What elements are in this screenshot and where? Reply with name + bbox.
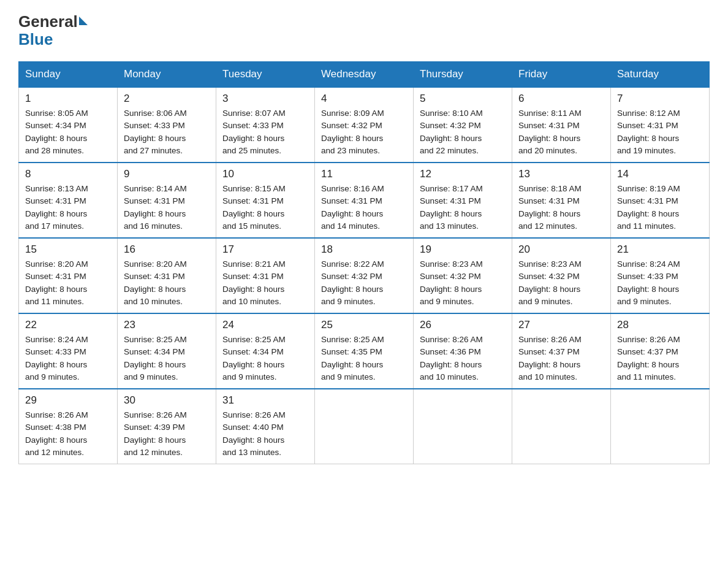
week-row-2: 8 Sunrise: 8:13 AM Sunset: 4:31 PM Dayli… bbox=[19, 163, 710, 238]
day-cell: 22 Sunrise: 8:24 AM Sunset: 4:33 PM Dayl… bbox=[19, 313, 118, 389]
day-info: Sunrise: 8:09 AM Sunset: 4:32 PM Dayligh… bbox=[321, 107, 407, 157]
day-cell: 1 Sunrise: 8:05 AM Sunset: 4:34 PM Dayli… bbox=[19, 87, 118, 163]
day-number: 7 bbox=[617, 93, 703, 105]
day-cell: 14 Sunrise: 8:19 AM Sunset: 4:31 PM Dayl… bbox=[611, 163, 710, 238]
day-info: Sunrise: 8:25 AM Sunset: 4:34 PM Dayligh… bbox=[222, 334, 308, 383]
day-info: Sunrise: 8:23 AM Sunset: 4:32 PM Dayligh… bbox=[420, 258, 506, 308]
calendar-body: 1 Sunrise: 8:05 AM Sunset: 4:34 PM Dayli… bbox=[19, 87, 710, 464]
day-number: 31 bbox=[222, 394, 308, 407]
day-number: 13 bbox=[518, 168, 604, 180]
day-number: 6 bbox=[518, 93, 604, 105]
header-cell-friday: Friday bbox=[512, 62, 611, 88]
logo-general-text: General bbox=[18, 12, 88, 31]
header-cell-sunday: Sunday bbox=[19, 62, 118, 88]
day-cell: 16 Sunrise: 8:20 AM Sunset: 4:31 PM Dayl… bbox=[118, 238, 216, 313]
day-number: 19 bbox=[420, 243, 506, 256]
week-row-5: 29 Sunrise: 8:26 AM Sunset: 4:38 PM Dayl… bbox=[19, 389, 710, 464]
page-header: General Blue bbox=[18, 12, 710, 49]
calendar-table: SundayMondayTuesdayWednesdayThursdayFrid… bbox=[18, 61, 710, 464]
day-number: 30 bbox=[124, 394, 210, 407]
day-info: Sunrise: 8:26 AM Sunset: 4:37 PM Dayligh… bbox=[518, 334, 604, 383]
day-cell: 17 Sunrise: 8:21 AM Sunset: 4:31 PM Dayl… bbox=[216, 238, 315, 313]
day-info: Sunrise: 8:05 AM Sunset: 4:34 PM Dayligh… bbox=[25, 107, 111, 157]
day-info: Sunrise: 8:12 AM Sunset: 4:31 PM Dayligh… bbox=[617, 107, 703, 157]
day-number: 15 bbox=[25, 243, 111, 256]
day-info: Sunrise: 8:17 AM Sunset: 4:31 PM Dayligh… bbox=[420, 183, 506, 232]
header-row: SundayMondayTuesdayWednesdayThursdayFrid… bbox=[19, 62, 710, 88]
day-number: 1 bbox=[25, 93, 111, 105]
day-number: 11 bbox=[321, 168, 407, 180]
logo: General Blue bbox=[18, 12, 88, 49]
day-cell: 13 Sunrise: 8:18 AM Sunset: 4:31 PM Dayl… bbox=[512, 163, 611, 238]
header-cell-thursday: Thursday bbox=[414, 62, 512, 88]
day-info: Sunrise: 8:19 AM Sunset: 4:31 PM Dayligh… bbox=[617, 183, 703, 232]
day-number: 17 bbox=[222, 243, 308, 256]
day-number: 27 bbox=[518, 319, 604, 331]
day-number: 3 bbox=[222, 93, 308, 105]
day-info: Sunrise: 8:13 AM Sunset: 4:31 PM Dayligh… bbox=[25, 183, 111, 232]
header-cell-tuesday: Tuesday bbox=[216, 62, 315, 88]
header-cell-monday: Monday bbox=[118, 62, 216, 88]
logo-blue-word: Blue bbox=[18, 30, 53, 49]
day-cell: 21 Sunrise: 8:24 AM Sunset: 4:33 PM Dayl… bbox=[611, 238, 710, 313]
day-number: 10 bbox=[222, 168, 308, 180]
day-cell: 2 Sunrise: 8:06 AM Sunset: 4:33 PM Dayli… bbox=[118, 87, 216, 163]
day-info: Sunrise: 8:14 AM Sunset: 4:31 PM Dayligh… bbox=[124, 183, 210, 232]
day-number: 12 bbox=[420, 168, 506, 180]
day-number: 9 bbox=[124, 168, 210, 180]
day-number: 4 bbox=[321, 93, 407, 105]
day-info: Sunrise: 8:24 AM Sunset: 4:33 PM Dayligh… bbox=[25, 334, 111, 383]
day-info: Sunrise: 8:21 AM Sunset: 4:31 PM Dayligh… bbox=[222, 258, 308, 308]
day-number: 2 bbox=[124, 93, 210, 105]
day-cell: 6 Sunrise: 8:11 AM Sunset: 4:31 PM Dayli… bbox=[512, 87, 611, 163]
day-cell: 30 Sunrise: 8:26 AM Sunset: 4:39 PM Dayl… bbox=[118, 389, 216, 464]
logo-general-word: General bbox=[18, 12, 78, 31]
day-cell bbox=[512, 389, 611, 464]
day-cell: 3 Sunrise: 8:07 AM Sunset: 4:33 PM Dayli… bbox=[216, 87, 315, 163]
day-number: 20 bbox=[518, 243, 604, 256]
day-info: Sunrise: 8:23 AM Sunset: 4:32 PM Dayligh… bbox=[518, 258, 604, 308]
day-info: Sunrise: 8:10 AM Sunset: 4:32 PM Dayligh… bbox=[420, 107, 506, 157]
day-cell: 29 Sunrise: 8:26 AM Sunset: 4:38 PM Dayl… bbox=[19, 389, 118, 464]
day-info: Sunrise: 8:20 AM Sunset: 4:31 PM Dayligh… bbox=[124, 258, 210, 308]
day-info: Sunrise: 8:26 AM Sunset: 4:40 PM Dayligh… bbox=[222, 409, 308, 459]
day-cell bbox=[414, 389, 512, 464]
day-info: Sunrise: 8:26 AM Sunset: 4:38 PM Dayligh… bbox=[25, 409, 111, 459]
day-cell: 23 Sunrise: 8:25 AM Sunset: 4:34 PM Dayl… bbox=[118, 313, 216, 389]
day-info: Sunrise: 8:24 AM Sunset: 4:33 PM Dayligh… bbox=[617, 258, 703, 308]
day-info: Sunrise: 8:11 AM Sunset: 4:31 PM Dayligh… bbox=[518, 107, 604, 157]
day-cell: 4 Sunrise: 8:09 AM Sunset: 4:32 PM Dayli… bbox=[315, 87, 414, 163]
day-cell bbox=[611, 389, 710, 464]
day-number: 21 bbox=[617, 243, 703, 256]
day-cell: 27 Sunrise: 8:26 AM Sunset: 4:37 PM Dayl… bbox=[512, 313, 611, 389]
day-number: 5 bbox=[420, 93, 506, 105]
day-info: Sunrise: 8:15 AM Sunset: 4:31 PM Dayligh… bbox=[222, 183, 308, 232]
day-cell: 9 Sunrise: 8:14 AM Sunset: 4:31 PM Dayli… bbox=[118, 163, 216, 238]
week-row-4: 22 Sunrise: 8:24 AM Sunset: 4:33 PM Dayl… bbox=[19, 313, 710, 389]
day-cell: 19 Sunrise: 8:23 AM Sunset: 4:32 PM Dayl… bbox=[414, 238, 512, 313]
header-cell-saturday: Saturday bbox=[611, 62, 710, 88]
day-number: 29 bbox=[25, 394, 111, 407]
day-cell: 8 Sunrise: 8:13 AM Sunset: 4:31 PM Dayli… bbox=[19, 163, 118, 238]
day-info: Sunrise: 8:25 AM Sunset: 4:34 PM Dayligh… bbox=[124, 334, 210, 383]
day-number: 24 bbox=[222, 319, 308, 331]
calendar-header: SundayMondayTuesdayWednesdayThursdayFrid… bbox=[19, 62, 710, 88]
day-info: Sunrise: 8:25 AM Sunset: 4:35 PM Dayligh… bbox=[321, 334, 407, 383]
day-cell: 25 Sunrise: 8:25 AM Sunset: 4:35 PM Dayl… bbox=[315, 313, 414, 389]
day-cell: 15 Sunrise: 8:20 AM Sunset: 4:31 PM Dayl… bbox=[19, 238, 118, 313]
day-info: Sunrise: 8:07 AM Sunset: 4:33 PM Dayligh… bbox=[222, 107, 308, 157]
day-number: 14 bbox=[617, 168, 703, 180]
day-number: 8 bbox=[25, 168, 111, 180]
day-info: Sunrise: 8:22 AM Sunset: 4:32 PM Dayligh… bbox=[321, 258, 407, 308]
day-cell: 24 Sunrise: 8:25 AM Sunset: 4:34 PM Dayl… bbox=[216, 313, 315, 389]
day-info: Sunrise: 8:26 AM Sunset: 4:39 PM Dayligh… bbox=[124, 409, 210, 459]
day-cell: 5 Sunrise: 8:10 AM Sunset: 4:32 PM Dayli… bbox=[414, 87, 512, 163]
day-info: Sunrise: 8:26 AM Sunset: 4:36 PM Dayligh… bbox=[420, 334, 506, 383]
day-cell: 18 Sunrise: 8:22 AM Sunset: 4:32 PM Dayl… bbox=[315, 238, 414, 313]
day-info: Sunrise: 8:16 AM Sunset: 4:31 PM Dayligh… bbox=[321, 183, 407, 232]
day-cell: 7 Sunrise: 8:12 AM Sunset: 4:31 PM Dayli… bbox=[611, 87, 710, 163]
day-cell bbox=[315, 389, 414, 464]
day-info: Sunrise: 8:18 AM Sunset: 4:31 PM Dayligh… bbox=[518, 183, 604, 232]
day-cell: 26 Sunrise: 8:26 AM Sunset: 4:36 PM Dayl… bbox=[414, 313, 512, 389]
day-number: 22 bbox=[25, 319, 111, 331]
